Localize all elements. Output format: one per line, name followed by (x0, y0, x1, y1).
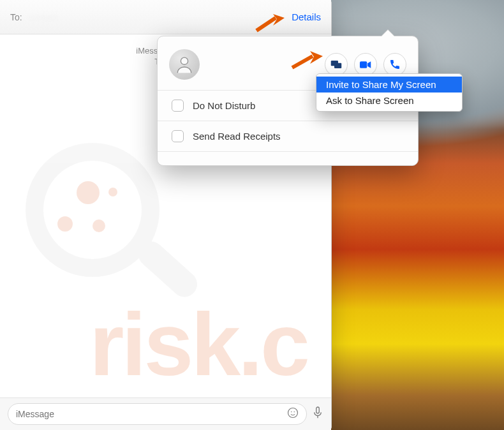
svg-point-2 (294, 411, 295, 412)
message-input-wrapper[interactable] (8, 403, 307, 425)
read-receipts-row[interactable]: Send Read Receipts (158, 121, 418, 151)
svg-rect-3 (316, 407, 320, 413)
ask-to-share-screen-item[interactable]: Ask to Share Screen (316, 93, 462, 108)
video-call-button[interactable] (354, 53, 377, 76)
do-not-disturb-checkbox[interactable] (172, 100, 184, 112)
compose-bar (0, 397, 331, 430)
microphone-icon[interactable] (312, 406, 323, 422)
read-receipts-checkbox[interactable] (172, 130, 184, 142)
messages-header: To: contact Details (0, 0, 331, 34)
avatar (169, 49, 200, 80)
svg-rect-7 (360, 61, 367, 68)
audio-call-button[interactable] (383, 53, 406, 76)
watermark-text: risk.c (89, 293, 308, 396)
popover-actions (325, 53, 406, 76)
svg-point-0 (288, 408, 298, 417)
svg-point-4 (181, 57, 188, 64)
do-not-disturb-label: Do Not Disturb (193, 100, 255, 111)
svg-point-1 (291, 411, 292, 412)
to-label: To: (10, 12, 22, 22)
screen-share-button[interactable] (325, 53, 348, 76)
svg-rect-6 (334, 63, 341, 68)
screen-share-menu: Invite to Share My Screen Ask to Share S… (316, 73, 463, 112)
message-input[interactable] (16, 409, 287, 419)
emoji-icon[interactable] (287, 407, 299, 422)
read-receipts-label: Send Read Receipts (193, 131, 281, 142)
details-button[interactable]: Details (292, 11, 321, 22)
to-recipient: contact (29, 12, 57, 22)
invite-share-my-screen-item[interactable]: Invite to Share My Screen (316, 77, 462, 93)
